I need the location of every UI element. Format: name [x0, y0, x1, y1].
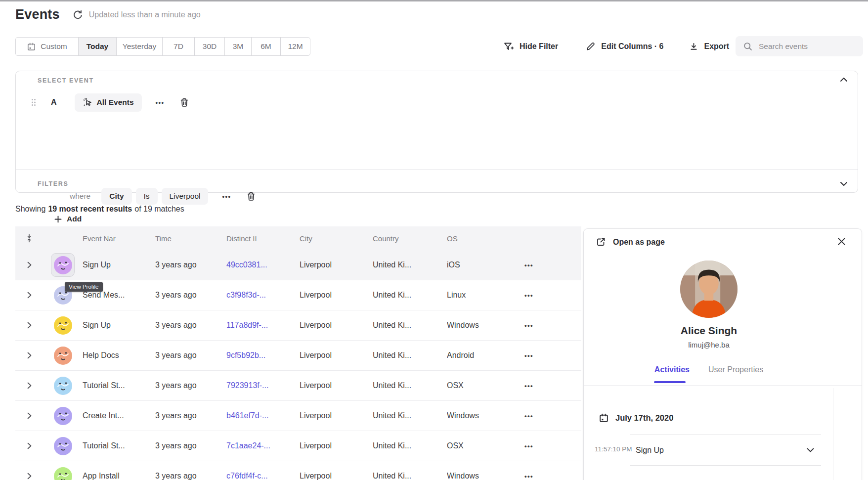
event-name-cell: Sign Up [83, 321, 155, 330]
tab-today-label: Today [87, 42, 109, 51]
tab-user-properties[interactable]: User Properties [708, 365, 763, 381]
event-chip-label: All Events [97, 98, 134, 107]
tab-today[interactable]: Today [79, 38, 117, 55]
row-more-icon[interactable]: ••• [524, 412, 533, 420]
hide-filter-label: Hide Filter [520, 42, 558, 51]
drag-handle-icon[interactable] [31, 98, 37, 106]
row-more-icon[interactable]: ••• [524, 473, 533, 480]
profile-email: limuj@he.ba [584, 341, 834, 349]
tab-3m[interactable]: 3M [225, 38, 252, 55]
tab-12m[interactable]: 12M [281, 38, 310, 55]
time-cell: 3 years ago [155, 261, 226, 269]
activity-event-label: Sign Up [636, 446, 664, 455]
distinct-id-link[interactable]: b461ef7d-... [226, 411, 268, 420]
page-title: Events [15, 7, 60, 22]
export-label: Export [704, 42, 729, 51]
row-more-icon[interactable]: ••• [524, 292, 533, 299]
country-cell: United Ki... [373, 411, 447, 420]
table-row[interactable]: Sign Up 3 years ago 117a8d9f-... Liverpo… [15, 310, 581, 341]
column-header-distinct-id: Distinct II [226, 234, 300, 243]
filter-more-icon[interactable]: ••• [222, 193, 231, 200]
refresh-icon[interactable] [73, 9, 83, 20]
tab-yesterday[interactable]: Yesterday [117, 38, 163, 55]
time-cell: 3 years ago [155, 351, 226, 360]
summary-count: 19 most recent results [48, 205, 132, 214]
distinct-id-link[interactable]: 7c1aae24-... [226, 441, 270, 450]
os-cell: Android [447, 351, 510, 360]
tab-custom[interactable]: Custom [16, 38, 79, 55]
row-expand-chevron-icon[interactable] [27, 382, 32, 389]
table-row[interactable]: Help Docs 3 years ago 9cf5b92b... Liverp… [15, 341, 581, 371]
distinct-id-link[interactable]: c3f98f3d-... [226, 291, 266, 299]
panel-scrollbar[interactable] [833, 388, 833, 480]
city-cell: Liverpool [300, 321, 373, 330]
event-selector-chip[interactable]: All Events [75, 93, 142, 112]
open-as-page-label: Open as page [613, 238, 665, 247]
open-external-icon [596, 237, 606, 247]
row-more-icon[interactable]: ••• [524, 262, 533, 269]
summary-prefix: Showing [15, 205, 45, 214]
event-trash-icon[interactable] [179, 97, 189, 108]
activity-chevron-down-icon[interactable] [807, 448, 814, 452]
row-expand-chevron-icon[interactable] [27, 442, 32, 449]
download-icon [689, 42, 698, 51]
calendar-icon [599, 413, 609, 423]
user-avatar[interactable] [51, 253, 75, 277]
tab-30d[interactable]: 30D [195, 38, 225, 55]
row-more-icon[interactable]: ••• [524, 382, 533, 390]
where-label: where [70, 192, 90, 201]
row-expand-chevron-icon[interactable] [27, 352, 32, 359]
edit-columns-button[interactable]: Edit Columns · 6 [586, 42, 663, 51]
table-row[interactable]: Tutorial St... 3 years ago 7c1aae24-... … [15, 431, 581, 461]
activity-timestamp: 11:57:10 PM [595, 445, 632, 453]
tab-6m[interactable]: 6M [252, 38, 281, 55]
os-cell: Windows [447, 472, 510, 480]
event-more-icon[interactable]: ••• [156, 99, 165, 106]
activity-row[interactable]: Sign Up [630, 435, 821, 466]
tab-7d[interactable]: 7D [163, 38, 195, 55]
hide-filter-button[interactable]: Hide Filter [503, 42, 558, 51]
user-avatar[interactable] [51, 313, 75, 337]
user-avatar[interactable] [51, 344, 75, 367]
close-icon[interactable] [837, 237, 846, 246]
user-avatar[interactable] [51, 374, 75, 397]
table-row[interactable]: App Install 3 years ago c76fdf4f-c... Li… [15, 461, 581, 480]
filters-chevron-down-icon[interactable] [840, 181, 848, 186]
profile-name: Alice Singh [584, 325, 834, 337]
user-avatar[interactable] [51, 464, 75, 480]
time-cell: 3 years ago [155, 441, 226, 450]
row-expand-chevron-icon[interactable] [27, 292, 32, 299]
distinct-id-link[interactable]: 49cc0381... [226, 261, 267, 269]
add-label: Add [67, 215, 82, 223]
search-events-input[interactable] [759, 42, 853, 51]
profile-panel: Open as page Alice Singh limuj@he.ba Act… [583, 228, 862, 480]
distinct-id-link[interactable]: c76fdf4f-c... [226, 472, 268, 480]
row-expand-chevron-icon[interactable] [27, 412, 32, 419]
distinct-id-link[interactable]: 9cf5b92b... [226, 351, 265, 359]
tab-activities[interactable]: Activities [654, 365, 690, 381]
row-more-icon[interactable]: ••• [524, 442, 533, 450]
row-expand-chevron-icon[interactable] [27, 262, 32, 268]
open-as-page-button[interactable]: Open as page [596, 237, 665, 247]
user-avatar[interactable] [51, 434, 75, 458]
sort-icon[interactable] [26, 234, 33, 243]
calendar-icon [27, 42, 36, 51]
time-cell: 3 years ago [155, 321, 226, 330]
country-cell: United Ki... [373, 472, 447, 480]
user-avatar[interactable] [51, 404, 75, 428]
table-header-row: Event Nar Time Distinct II City Country … [15, 226, 581, 250]
row-more-icon[interactable]: ••• [524, 352, 533, 359]
row-expand-chevron-icon[interactable] [27, 322, 32, 329]
row-more-icon[interactable]: ••• [524, 322, 533, 329]
row-expand-chevron-icon[interactable] [27, 473, 32, 480]
filters-label: FILTERS [38, 180, 68, 187]
add-button[interactable]: Add [54, 215, 82, 223]
distinct-id-link[interactable]: 117a8d9f-... [226, 321, 268, 329]
collapse-chevron-up-icon[interactable] [840, 77, 848, 82]
table-row[interactable]: Create Int... 3 years ago b461ef7d-... L… [15, 401, 581, 431]
export-button[interactable]: Export [689, 42, 729, 51]
table-row[interactable]: Tutorial St... 3 years ago 7923913f-... … [15, 371, 581, 401]
table-row[interactable]: Sign Up 3 years ago 49cc0381... Liverpoo… [15, 250, 581, 280]
distinct-id-link[interactable]: 7923913f-... [226, 381, 268, 390]
country-cell: United Ki... [373, 291, 447, 300]
